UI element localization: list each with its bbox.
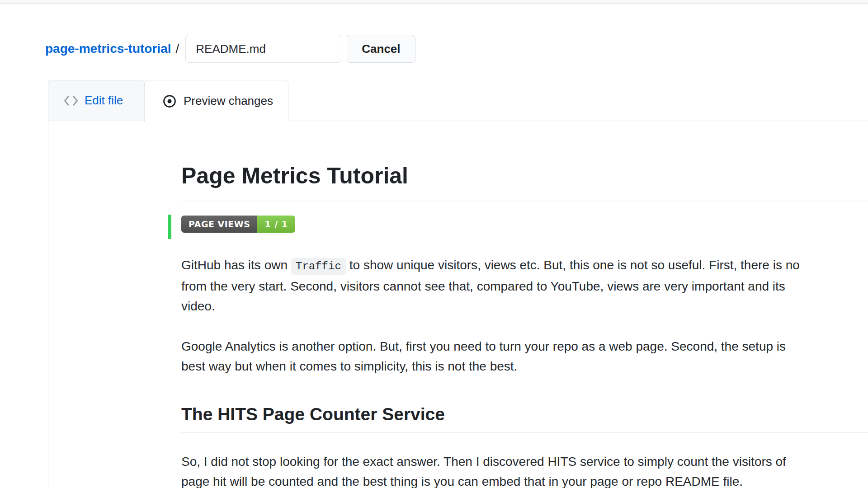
rendered-markdown: Page Metrics Tutorial PAGE VIEWS 1 / 1 G… [48, 121, 868, 488]
tab-preview-changes-label: Preview changes [184, 94, 273, 108]
text-run: to show unique visitors, views etc. But,… [349, 258, 800, 272]
paragraph-2: Google Analytics is another option. But,… [181, 337, 868, 376]
breadcrumb-separator: / [176, 42, 179, 56]
tab-preview-changes[interactable]: Preview changes [144, 80, 288, 122]
doc-title: Page Metrics Tutorial [181, 162, 868, 201]
top-chrome-strip [0, 0, 868, 4]
paragraph-3-line-1: So, I did not stop looking for the exact… [181, 452, 868, 472]
preview-panel: Page Metrics Tutorial PAGE VIEWS 1 / 1 G… [48, 121, 868, 488]
code-icon [64, 95, 78, 106]
eye-icon [163, 94, 176, 108]
tab-edit-file[interactable]: Edit file [48, 80, 145, 121]
tab-edit-file-label: Edit file [85, 94, 123, 108]
paragraph-1: GitHub has its ownTrafficto show unique … [181, 255, 868, 316]
inline-code-traffic: Traffic [291, 258, 346, 275]
section-heading-hits: The HITS Page Counter Service [181, 404, 868, 433]
text-run: GitHub has its own [181, 258, 288, 272]
badge-value: 1 / 1 [257, 216, 295, 233]
paragraph-3: So, I did not stop looking for the exact… [181, 452, 868, 488]
tab-bar: Edit file Preview changes [48, 80, 868, 121]
breadcrumb: page-metrics-tutorial / Cancel [45, 35, 868, 63]
file-editor-box: Edit file Preview changes Page Metrics T… [48, 80, 868, 488]
filename-input[interactable] [185, 35, 341, 63]
repo-link[interactable]: page-metrics-tutorial [45, 42, 171, 56]
diff-added-marker [168, 215, 171, 239]
badge-label: PAGE VIEWS [181, 216, 257, 233]
page-views-badge-row: PAGE VIEWS 1 / 1 [181, 216, 868, 233]
paragraph-1-line-3: video. [181, 296, 868, 316]
paragraph-3-line-2: page hit will be counted and the best th… [181, 472, 868, 488]
paragraph-2-line-1: Google Analytics is another option. But,… [181, 337, 868, 357]
paragraph-1-line-1: GitHub has its ownTrafficto show unique … [181, 255, 868, 277]
page-views-badge: PAGE VIEWS 1 / 1 [181, 216, 295, 233]
paragraph-1-line-2: from the very start. Second, visitors ca… [181, 277, 868, 296]
paragraph-2-line-2: best way but when it comes to simplicity… [181, 357, 868, 376]
cancel-button[interactable]: Cancel [347, 35, 415, 63]
